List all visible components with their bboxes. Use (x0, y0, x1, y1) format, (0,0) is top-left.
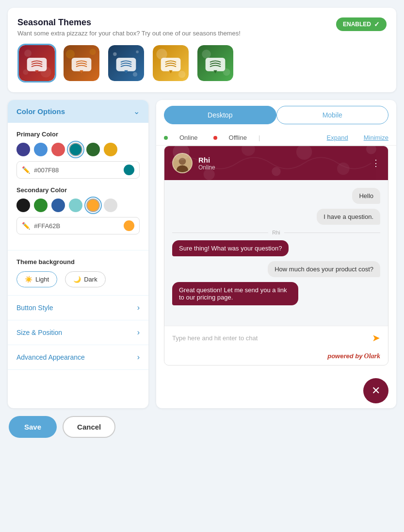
svg-point-31 (296, 146, 312, 160)
primary-swatch-teal[interactable] (69, 143, 82, 156)
theme-icon-3[interactable] (107, 44, 145, 83)
preview-status-bar: Online Offline | Expand Minimize (156, 130, 396, 146)
primary-swatch-gold[interactable] (104, 143, 117, 156)
secondary-swatch-gray[interactable] (104, 199, 117, 212)
svg-point-23 (202, 50, 211, 59)
chat-preview: Rhi Online ⋮ Hello I have a question. Rh… (164, 146, 388, 366)
svg-point-13 (136, 50, 139, 53)
right-panel: Desktop Mobile Online Offline | Expand M… (156, 100, 396, 408)
theme-bg-section: Theme background ☀️ Light 🌙 Dark (8, 250, 148, 296)
primary-swatch-blue[interactable] (34, 143, 48, 156)
tab-mobile[interactable]: Mobile (276, 106, 389, 124)
svg-point-29 (242, 146, 255, 156)
svg-point-33 (366, 146, 376, 154)
secondary-color-preview (124, 220, 134, 231)
svg-point-14 (133, 72, 137, 77)
svg-point-32 (337, 163, 349, 175)
divider-line-left (172, 233, 268, 233)
svg-rect-4 (27, 58, 47, 71)
svg-point-12 (113, 52, 116, 56)
primary-swatch-red[interactable] (51, 143, 65, 156)
close-chat-button[interactable]: ✕ (363, 378, 388, 403)
color-options-chevron: ⌄ (133, 107, 140, 116)
button-style-label: Button Style (16, 304, 53, 312)
advanced-appearance-label: Advanced Appearance (16, 353, 85, 361)
svg-point-7 (66, 50, 75, 59)
secondary-swatch-black[interactable] (16, 199, 30, 212)
card-header-text: Seasonal Themes Want some extra pizzazz … (17, 17, 241, 37)
enabled-badge[interactable]: ENABLED ✓ (336, 17, 387, 31)
nav-item-button-style[interactable]: Button Style › (8, 296, 148, 320)
dark-label: Dark (84, 276, 97, 283)
theme-bg-dark-btn[interactable]: 🌙 Dark (65, 271, 105, 287)
secondary-swatch-blue[interactable] (51, 199, 65, 212)
chat-input-area: Type here and hit enter to chat ➤ (164, 326, 388, 349)
primary-swatch-purple[interactable] (16, 143, 30, 156)
moon-icon: 🌙 (73, 276, 81, 283)
msg-1: Hello (352, 188, 380, 204)
msg-2: I have a question. (317, 209, 380, 225)
chat-agent-info: Rhi Online (198, 156, 215, 171)
close-icon: ✕ (372, 384, 380, 397)
minimize-link[interactable]: Minimize (364, 134, 388, 141)
msg-5: Great question! Let me send you a link t… (172, 282, 298, 305)
svg-point-30 (272, 167, 280, 176)
theme-bg-options: ☀️ Light 🌙 Dark (16, 271, 140, 287)
primary-color-preview (124, 165, 134, 175)
secondary-pipette-icon: ✏️ (22, 222, 30, 230)
chat-messages: Hello I have a question. Rhi Sure thing!… (164, 180, 388, 326)
theme-icon-5[interactable] (196, 44, 235, 83)
online-label: Online (179, 134, 198, 141)
offline-dot (213, 136, 217, 140)
seasonal-subtitle: Want some extra pizzazz for your chat bo… (17, 30, 241, 37)
footer-text: powered by (327, 352, 362, 360)
secondary-color-swatches (16, 199, 140, 212)
primary-color-section: Primary Color ✏️ Secondary Color (8, 123, 148, 250)
svg-point-35 (179, 158, 186, 165)
divider-line-right (284, 233, 380, 233)
theme-bg-label: Theme background (16, 258, 140, 266)
svg-rect-20 (161, 58, 181, 71)
seasonal-themes-card: Seasonal Themes Want some extra pizzazz … (8, 8, 396, 92)
secondary-swatch-teal[interactable] (69, 199, 82, 212)
theme-icon-4[interactable] (151, 44, 190, 83)
chat-menu-icon[interactable]: ⋮ (372, 158, 380, 168)
left-panel: Color Options ⌄ Primary Color ✏️ Seconda… (8, 100, 148, 408)
primary-hex-input[interactable] (34, 166, 120, 174)
primary-color-input-row: ✏️ (16, 161, 140, 179)
secondary-swatch-orange[interactable] (86, 199, 100, 212)
msg-3: Sure thing! What was your question? (172, 240, 289, 256)
check-icon: ✓ (374, 20, 380, 28)
svg-rect-9 (72, 58, 92, 71)
enabled-label: ENABLED (343, 21, 371, 28)
secondary-swatch-green[interactable] (34, 199, 48, 212)
chat-input-placeholder[interactable]: Type here and hit enter to chat (172, 334, 372, 342)
size-position-chevron: › (137, 328, 140, 337)
save-button[interactable]: Save (9, 416, 57, 438)
send-icon[interactable]: ➤ (372, 332, 380, 344)
primary-swatch-green[interactable] (86, 143, 100, 156)
expand-link[interactable]: Expand (327, 134, 348, 141)
chat-header: Rhi Online ⋮ (164, 146, 388, 180)
svg-point-19 (178, 71, 186, 78)
main-area: Color Options ⌄ Primary Color ✏️ Seconda… (8, 100, 396, 408)
status-divider: | (259, 134, 260, 141)
svg-point-3 (23, 69, 28, 75)
secondary-hex-input[interactable] (34, 222, 120, 230)
theme-icons-row (17, 44, 387, 83)
online-dot (164, 136, 168, 140)
svg-rect-15 (116, 58, 136, 71)
theme-icon-1[interactable] (17, 44, 56, 83)
color-options-section-header[interactable]: Color Options ⌄ (8, 100, 148, 123)
seasonal-title: Seasonal Themes (17, 17, 241, 28)
footer-brand: Olark (364, 352, 380, 360)
primary-color-label: Primary Color (16, 131, 140, 138)
msg-divider: Rhi (172, 230, 380, 235)
theme-bg-light-btn[interactable]: ☀️ Light (16, 271, 57, 287)
bottom-buttons: Save Cancel (8, 416, 396, 438)
tab-desktop[interactable]: Desktop (164, 106, 276, 124)
cancel-button[interactable]: Cancel (63, 416, 115, 438)
nav-item-advanced-appearance[interactable]: Advanced Appearance › (8, 345, 148, 370)
nav-item-size-position[interactable]: Size & Position › (8, 320, 148, 345)
theme-icon-2[interactable] (62, 44, 101, 83)
